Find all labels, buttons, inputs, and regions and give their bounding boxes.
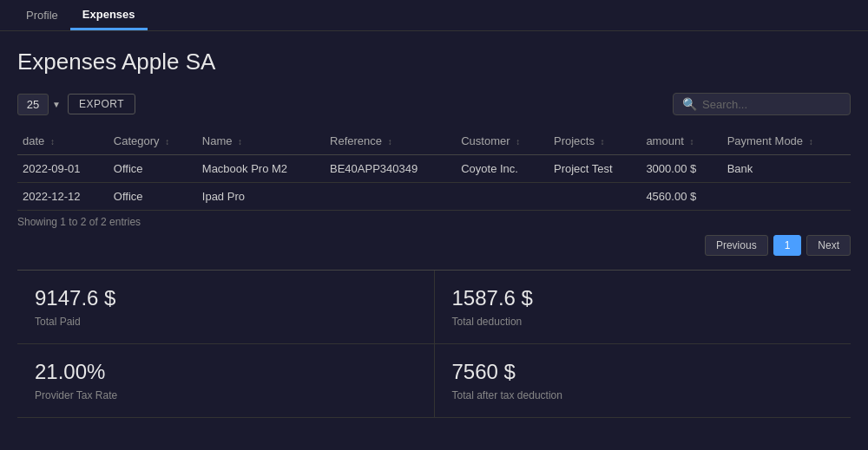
top-nav: Profile Expenses [0,0,868,31]
search-icon: 🔍 [682,97,697,111]
sort-icon-date: ↕ [50,137,55,147]
total-paid-value: 9147.6 $ [35,286,417,310]
tax-rate-label: Provider Tax Rate [35,389,417,401]
pagination-next[interactable]: Next [806,235,851,256]
cell-name: Macbook Pro M2 [197,155,325,183]
col-date[interactable]: date ↕ [17,127,108,155]
cell-category: Office [108,183,197,211]
chevron-down-icon: ▼ [52,100,61,109]
sort-icon-customer: ↕ [516,137,520,147]
sort-icon-reference: ↕ [388,137,392,147]
col-reference[interactable]: Reference ↕ [325,127,456,155]
nav-tab-profile[interactable]: Profile [14,0,70,30]
toolbar: 25 ▼ EXPORT 🔍 [17,93,851,115]
stat-total-deduction: 1587.6 $ Total deduction [435,271,852,343]
cell-date: 2022-09-01 [17,155,108,183]
table-row[interactable]: 2022-12-12OfficeIpad Pro4560.00 $ [17,183,851,211]
showing-entries-text: Showing 1 to 2 of 2 entries [17,216,851,228]
total-deduction-value: 1587.6 $ [452,286,834,310]
expenses-table: date ↕ Category ↕ Name ↕ Reference ↕ Cus… [17,127,851,211]
stats-row-2: 21.00% Provider Tax Rate 7560 $ Total af… [17,344,851,418]
stat-tax-rate: 21.00% Provider Tax Rate [17,344,435,417]
sort-icon-amount: ↕ [689,137,694,147]
page-title: Expenses Apple SA [17,49,851,75]
cell-projects [549,183,641,211]
stat-after-tax: 7560 $ Total after tax deduction [435,344,852,417]
sort-icon-category: ↕ [165,137,169,147]
col-payment-mode[interactable]: Payment Mode ↕ [722,127,851,155]
pagination-previous[interactable]: Previous [705,235,768,256]
pagination-page-1[interactable]: 1 [773,235,802,256]
cell-payment_mode: Bank [722,155,851,183]
tax-rate-value: 21.00% [35,360,417,384]
table-header-row: date ↕ Category ↕ Name ↕ Reference ↕ Cus… [17,127,851,155]
pagination: Previous 1 Next [17,235,851,256]
cell-reference: BE40APP340349 [325,155,456,183]
after-tax-label: Total after tax deduction [452,389,834,401]
search-wrapper: 🔍 [673,93,851,115]
cell-category: Office [108,155,197,183]
col-amount[interactable]: amount ↕ [641,127,721,155]
sort-icon-projects: ↕ [601,137,605,147]
col-projects[interactable]: Projects ↕ [549,127,641,155]
col-category[interactable]: Category ↕ [108,127,197,155]
col-customer[interactable]: Customer ↕ [456,127,549,155]
cell-projects: Project Test [549,155,641,183]
page-content: Expenses Apple SA 25 ▼ EXPORT 🔍 date ↕ C… [0,31,868,427]
export-button[interactable]: EXPORT [68,94,135,114]
per-page-select[interactable]: 25 ▼ [17,94,61,115]
table-row[interactable]: 2022-09-01OfficeMacbook Pro M2BE40APP340… [17,155,851,183]
cell-customer [456,183,549,211]
search-input[interactable] [702,98,841,111]
col-name[interactable]: Name ↕ [197,127,325,155]
cell-payment_mode [722,183,851,211]
cell-reference [325,183,456,211]
stats-row-1: 9147.6 $ Total Paid 1587.6 $ Total deduc… [17,271,851,344]
total-deduction-label: Total deduction [452,316,834,328]
cell-amount: 4560.00 $ [641,183,721,211]
cell-customer: Coyote Inc. [456,155,549,183]
stats-section: 9147.6 $ Total Paid 1587.6 $ Total deduc… [17,270,851,418]
sort-icon-name: ↕ [238,137,242,147]
stat-total-paid: 9147.6 $ Total Paid [17,271,435,343]
total-paid-label: Total Paid [35,316,417,328]
nav-tab-expenses[interactable]: Expenses [70,0,148,30]
after-tax-value: 7560 $ [452,360,834,384]
cell-amount: 3000.00 $ [641,155,721,183]
cell-date: 2022-12-12 [17,183,108,211]
per-page-value[interactable]: 25 [17,94,49,115]
sort-icon-payment-mode: ↕ [809,137,813,147]
cell-name: Ipad Pro [197,183,325,211]
